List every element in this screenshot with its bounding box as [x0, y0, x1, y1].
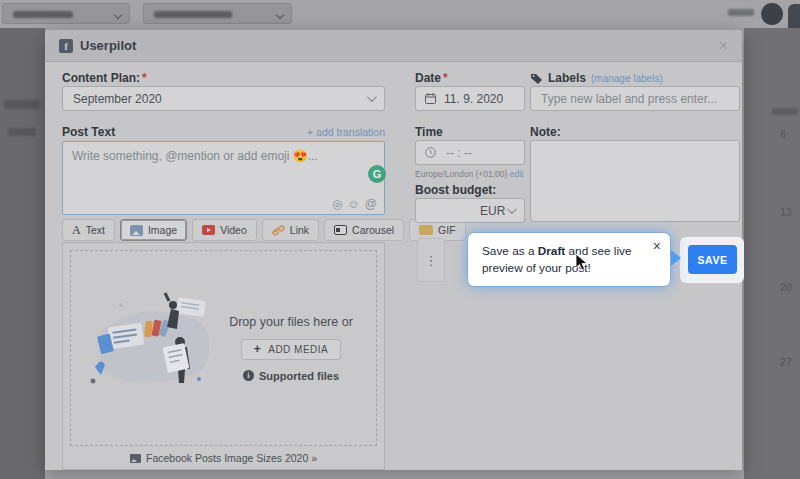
bg-plan-text-blob: [154, 11, 232, 18]
bg-left-panel: [0, 28, 45, 479]
upload-illustration: [81, 287, 231, 399]
plus-icon: +: [254, 342, 262, 356]
target-icon[interactable]: ◎: [332, 198, 342, 210]
date-label: Date*: [415, 71, 448, 85]
tooltip-arrow: [671, 250, 681, 266]
mention-icon[interactable]: @: [365, 198, 377, 210]
grammarly-icon: G: [368, 165, 386, 183]
facebook-icon: f: [59, 39, 73, 53]
bg-profile-text-blob: [13, 11, 73, 18]
tag-icon: [530, 72, 543, 84]
chevron-down-icon: [367, 92, 377, 102]
tab-video[interactable]: Video: [192, 219, 257, 241]
calendar-day: 13: [780, 206, 800, 218]
boost-budget-label: Boost budget:: [415, 183, 496, 197]
chevron-down-icon: [276, 11, 284, 19]
close-icon[interactable]: ×: [719, 38, 728, 54]
emoji-picker-icon[interactable]: ☺: [348, 198, 360, 210]
tab-link[interactable]: Link: [262, 219, 319, 241]
mouse-cursor: [575, 253, 588, 271]
tab-text[interactable]: A Text: [62, 219, 115, 241]
note-input[interactable]: [530, 140, 740, 222]
calendar-icon: [425, 93, 436, 104]
media-section: Drop your files here or + ADD MEDIA i Su…: [62, 242, 385, 470]
text-format-icon: A: [72, 223, 81, 238]
bg-calendar-column: 6 13 20 27: [744, 28, 800, 479]
avatar[interactable]: [761, 3, 783, 25]
currency-value: EUR: [480, 204, 505, 218]
link-icon: [272, 225, 285, 236]
post-text-label: Post Text: [62, 125, 115, 139]
bg-plan-select[interactable]: [143, 3, 292, 24]
required-asterisk: *: [142, 71, 147, 85]
gif-icon: [419, 225, 433, 235]
date-value: 11. 9. 2020: [444, 92, 503, 106]
chevron-down-icon: [114, 11, 122, 19]
calendar-day: 6: [780, 128, 800, 140]
clock-icon: [425, 147, 436, 158]
calendar-day: 20: [780, 281, 800, 293]
post-editor-modal: f Userpilot × Content Plan:* September 2…: [45, 30, 742, 470]
modal-title: Userpilot: [80, 38, 136, 53]
date-input[interactable]: 11. 9. 2020: [415, 86, 525, 111]
time-value: -- : --: [446, 146, 472, 160]
modal-header: f Userpilot ×: [45, 30, 742, 62]
image-icon: [130, 225, 143, 236]
bg-toolbar-text-blob: [728, 9, 754, 16]
note-label: Note:: [530, 125, 561, 139]
chevron-down-icon: [507, 204, 517, 214]
post-type-tabs: A Text Image Video Link Carousel GIF: [62, 219, 466, 241]
save-button[interactable]: SAVE: [688, 245, 737, 274]
video-icon: [202, 225, 215, 235]
calendar-day: 27: [780, 356, 800, 368]
userpilot-tooltip: × Save as a Draft and see live preview o…: [468, 233, 670, 286]
bg-profile-select[interactable]: [2, 3, 130, 24]
photo-icon: [130, 454, 141, 463]
add-media-button[interactable]: + ADD MEDIA: [241, 339, 342, 360]
currency-select[interactable]: EUR: [470, 198, 525, 223]
required-asterisk: *: [443, 71, 448, 85]
labels-input[interactable]: [530, 86, 740, 111]
file-dropzone[interactable]: Drop your files here or + ADD MEDIA i Su…: [70, 250, 377, 446]
supported-files-link[interactable]: i Supported files: [243, 370, 339, 382]
image-sizes-link[interactable]: Facebook Posts Image Sizes 2020 »: [63, 452, 384, 464]
content-plan-select[interactable]: September 2020: [62, 86, 385, 111]
timezone-text: Europe/London (+01:00) edit: [415, 169, 523, 179]
close-icon[interactable]: ×: [653, 236, 661, 256]
more-options-button[interactable]: ⋮: [417, 238, 445, 282]
content-plan-value: September 2020: [73, 92, 162, 106]
tab-image[interactable]: Image: [120, 219, 187, 241]
tooltip-text: Save as a Draft and see live preview of …: [482, 244, 632, 275]
drop-files-text: Drop your files here or: [229, 315, 353, 329]
time-input[interactable]: -- : --: [415, 140, 525, 165]
content-plan-label: Content Plan:*: [62, 71, 147, 85]
info-icon: i: [243, 370, 254, 381]
bg-calendar-header-blob: [772, 108, 798, 115]
boost-budget-input[interactable]: [415, 198, 471, 223]
add-translation-link[interactable]: + add translation: [307, 126, 385, 138]
tab-carousel[interactable]: Carousel: [324, 219, 404, 241]
manage-labels-link[interactable]: (manage labels): [591, 73, 663, 84]
carousel-icon: [334, 225, 347, 235]
labels-label: Labels: [548, 71, 586, 85]
timezone-edit-link[interactable]: edit: [510, 169, 524, 179]
time-label: Time: [415, 125, 443, 139]
